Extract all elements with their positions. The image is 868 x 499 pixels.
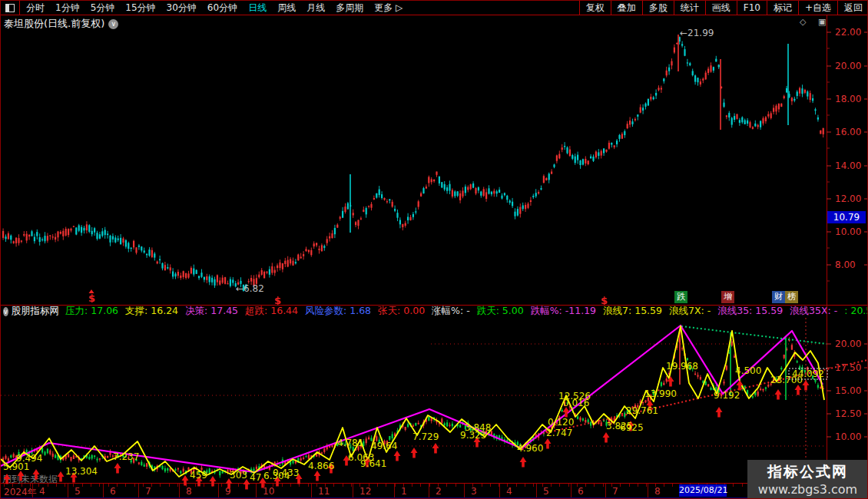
red-dotted-trendline (535, 360, 867, 435)
period-menu-item-2[interactable]: 1分钟 (55, 2, 80, 15)
gupeng-indicator-candles (2, 331, 824, 478)
svg-text:19.968: 19.968 (666, 361, 698, 372)
time-separator (68, 484, 68, 498)
indicator-param-6: 张天: 0.00 (378, 305, 425, 316)
svg-text:12.526: 12.526 (558, 391, 591, 402)
up-arrow-icon (364, 457, 371, 468)
period-menu-item-9[interactable]: 月线 (306, 2, 325, 15)
tool-menu-button-6[interactable]: F10 (737, 1, 767, 15)
indicator-param-5: 风险参数: 1.68 (305, 305, 371, 316)
chart-title-bar: 泰坦股份(日线.前复权) ∨ (4, 17, 118, 31)
badge-增[interactable]: 增 (721, 291, 734, 303)
price-axis-label: 14.00 (835, 160, 861, 171)
time-label: 9 (225, 486, 231, 497)
svg-text:13.990: 13.990 (644, 388, 677, 399)
period-menu-item-6[interactable]: 60分钟 (207, 2, 237, 15)
indicator-param-10: 浪线7: 15.59 (603, 305, 662, 316)
future-data-note: 用到未来数据 (2, 473, 58, 486)
up-arrow-icon (411, 448, 418, 458)
tool-menu: 复权叠加多股统计画线F10标记+自选返回 (579, 1, 868, 15)
time-tick (733, 484, 734, 487)
period-menu: 分时1分钟5分钟15分钟30分钟60分钟日线周线月线多周期更多 ▷ (26, 2, 413, 15)
time-tick (151, 484, 152, 487)
tool-menu-button-9[interactable]: 返回 (837, 1, 868, 15)
time-tick (143, 484, 144, 487)
time-tick (316, 484, 317, 487)
badge-榜[interactable]: 榜 (785, 291, 798, 303)
title-corner-icons[interactable]: ◇ ▣ (800, 17, 830, 27)
time-axis[interactable]: 2024年45678910111212345678 (1, 483, 868, 498)
indicator-params: 压力: 17.06支撑: 16.24决策: 17.45超跌: 16.44风险参数… (65, 305, 868, 317)
time-tick (603, 484, 604, 487)
svg-text:47: 47 (250, 472, 261, 483)
time-tick (333, 484, 334, 487)
svg-text:6.304: 6.304 (263, 471, 290, 481)
indicator-param-12: 浪线35: 15.59 (717, 305, 783, 316)
panel-icon (5, 4, 15, 12)
period-menu-item-3[interactable]: 5分钟 (91, 2, 115, 15)
time-tick (125, 484, 126, 487)
yellow-zigzag-line (1, 326, 824, 477)
time-tick (82, 484, 83, 487)
time-separator (429, 484, 429, 498)
time-tick (177, 484, 178, 487)
period-menu-item-8[interactable]: 周线 (277, 2, 296, 15)
green-dotted-line (681, 326, 827, 344)
time-tick (195, 484, 196, 487)
indicator-axis-label: 17.50 (835, 362, 861, 373)
main-chart-annotations: ←21.99←6.82$$$ (88, 28, 714, 306)
svg-text:4.500: 4.500 (735, 365, 761, 376)
tool-menu-button-7[interactable]: 标记 (767, 1, 798, 15)
tool-menu-button-3[interactable]: 多股 (642, 1, 674, 15)
time-tick (412, 484, 412, 487)
time-tick (386, 484, 386, 487)
time-tick (204, 484, 204, 487)
tool-menu-button-5[interactable]: 画线 (705, 1, 737, 15)
time-tick (290, 484, 291, 487)
indicator-axis-label: 12.50 (835, 408, 861, 419)
period-menu-item-5[interactable]: 30分钟 (167, 2, 197, 15)
time-separator (499, 484, 500, 498)
badge-跌[interactable]: 跌 (674, 291, 687, 303)
time-separator (353, 484, 353, 498)
indicator-axis-label: 10.00 (835, 431, 861, 442)
svg-text:9.494: 9.494 (16, 453, 42, 464)
period-menu-item-4[interactable]: 15分钟 (125, 2, 155, 15)
buy-arrows (4, 376, 810, 490)
time-tick (456, 484, 456, 487)
indicator-param-3: 决策: 17.45 (185, 305, 238, 316)
price-axis-label: 18.00 (835, 94, 861, 104)
tool-menu-button-4[interactable]: 统计 (674, 1, 705, 15)
time-tick (490, 484, 491, 487)
up-arrow-icon (737, 380, 744, 391)
time-label: 3 (471, 486, 477, 497)
watermark-title: 指标公式网 (767, 462, 848, 482)
indicator-param-4: 超跌: 16.44 (245, 305, 298, 316)
chevron-down-icon[interactable]: ∨ (108, 19, 118, 29)
period-menu-item-10[interactable]: 多周期 (336, 2, 363, 15)
up-arrow-icon (668, 376, 674, 387)
period-menu-item-1[interactable]: 分时 (26, 2, 45, 15)
badge-财[interactable]: 财 (772, 291, 785, 303)
indicator-chevron-icon[interactable]: ∨ (3, 307, 8, 316)
svg-text:0.016: 0.016 (563, 398, 589, 408)
tool-menu-button-8[interactable]: +自选 (798, 1, 837, 15)
period-menu-item-7[interactable]: 日线 (248, 2, 267, 15)
tool-menu-button-1[interactable]: 复权 (579, 1, 611, 15)
window-panel-icon[interactable] (1, 1, 20, 15)
time-tick (620, 484, 621, 487)
time-tick (482, 484, 482, 487)
svg-text:3.848: 3.848 (465, 422, 491, 433)
time-separator (648, 484, 648, 498)
time-separator (103, 484, 104, 498)
indicator-name[interactable]: 股朋指标网 (12, 305, 60, 317)
time-tick (308, 484, 309, 487)
tool-menu-button-2[interactable]: 叠加 (611, 1, 642, 15)
indicator-param-1: 压力: 17.06 (65, 305, 118, 316)
svg-text:←6.82: ←6.82 (236, 283, 264, 294)
svg-text:9.641: 9.641 (360, 458, 386, 469)
time-tick (568, 484, 569, 487)
stock-title: 泰坦股份(日线.前复权) (4, 17, 104, 31)
period-menu-item-11[interactable]: 更多 ▷ (374, 2, 403, 15)
time-label: 7 (145, 486, 151, 497)
